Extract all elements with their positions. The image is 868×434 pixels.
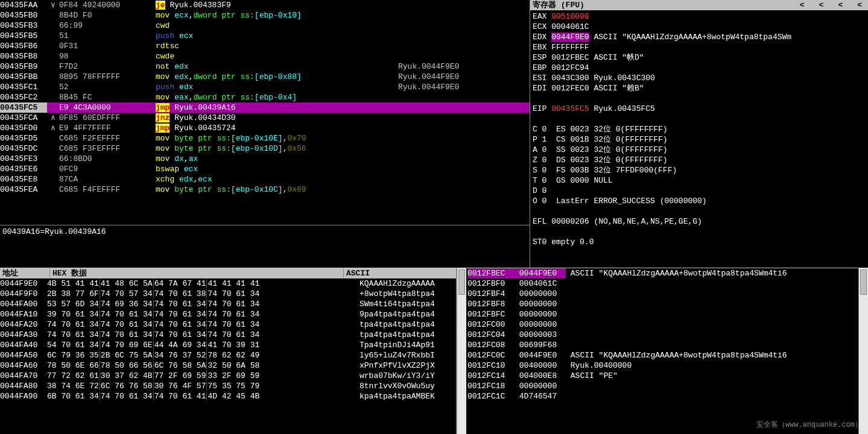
instruction: push edx (156, 82, 398, 92)
dump-hex: 6C 79 36 352B 6C 75 5A34 76 37 5278 62 6… (47, 350, 360, 360)
stack-row[interactable]: 0012FC0C 0044F9E0 ASCII "KQAAAHlZdzgAAAA… (467, 350, 857, 360)
register-row[interactable] (533, 93, 866, 104)
stack-row[interactable]: 0012FC08 00699F68 (467, 340, 857, 350)
dump-row[interactable]: 0044FA3074 70 61 3474 70 61 3474 70 61 3… (0, 330, 456, 340)
stack-comment (566, 391, 857, 401)
stack-row[interactable]: 0012FC18 00000000 (467, 381, 857, 391)
register-row[interactable]: A 0 SS 0023 32位 0(FFFFFFFF) (533, 145, 866, 155)
dump-body[interactable]: 0044F9E04B 51 41 4141 48 6C 5A64 7A 67 4… (0, 278, 456, 401)
instruction: mov ecx,dword ptr ss:[ebp-0x10] (156, 10, 398, 20)
register-row[interactable]: EBX FFFFFFFF (533, 42, 866, 52)
dump-row[interactable]: 0044FA1039 70 61 3474 70 61 3474 70 61 3… (0, 309, 456, 319)
registers-title[interactable]: 寄存器 (FPU) < < < < (530, 0, 868, 10)
bytes: 0F85 60EDFFFF (59, 113, 156, 123)
dump-col-ascii[interactable]: ASCII (344, 268, 456, 278)
register-row[interactable]: EDI 0012FEC0 ASCII "赖B" (533, 83, 866, 93)
bytes: E9 4FF7FFFF (59, 123, 156, 133)
dump-row[interactable]: 0044FA906B 70 61 3474 70 61 3474 70 61 4… (0, 391, 456, 401)
disasm-row[interactable]: 00435FB3 66:99cwd (0, 20, 530, 31)
register-row[interactable]: Z 0 DS 0023 32位 0(FFFFFFFF) (533, 155, 866, 165)
stack-row[interactable]: 0012FBFC 00000000 (467, 309, 857, 319)
register-row[interactable]: S 0 FS 003B 32位 7FFDF000(FFF) (533, 165, 866, 175)
disasm-row[interactable]: 00435FB6 0F31rdtsc (0, 41, 530, 51)
disasm-row[interactable]: 00435FD5 C685 F2FEFFFF mov byte ptr ss:[… (0, 133, 530, 143)
register-row[interactable] (533, 227, 866, 237)
stack-row[interactable]: 0012FC10 00400000 Ryuk.00400000 (467, 360, 857, 371)
stack-row[interactable]: 0012FC04 00000003 (467, 330, 857, 340)
stack-row[interactable]: 0012FC1C 4D746547 (467, 391, 857, 401)
register-row[interactable]: P 1 CS 001B 32位 0(FFFFFFFF) (533, 134, 866, 145)
disasm-row[interactable]: 00435FE3 66:8BD0mov dx,ax (0, 154, 530, 164)
disasm-row[interactable]: 00435FCA∧0F85 60EDFFFFjnz Ryuk.00434D30 (0, 113, 530, 123)
stack-row[interactable]: 0012FC00 00000000 (467, 319, 857, 330)
dump-row[interactable]: 0044FA7077 72 62 6130 37 62 4B77 2F 69 5… (0, 371, 456, 381)
register-row[interactable]: EBP 0012FC94 (533, 63, 866, 73)
address: 00435FB5 (0, 31, 47, 41)
dump-row[interactable]: 0044FA0053 57 6D 3474 69 36 3474 70 61 3… (0, 299, 456, 309)
stack-row[interactable]: 0012FBF0 0004061C (467, 278, 857, 289)
stack-scrollbar[interactable] (858, 268, 868, 434)
stack-address: 0012FBF8 (467, 299, 515, 309)
dump-scrollbar[interactable] (457, 268, 466, 434)
disasm-row[interactable]: 00435FE6 0FC9bswap ecx (0, 164, 530, 174)
disasm-row[interactable]: 00435FC2 8B45 FCmov eax,dword ptr ss:[eb… (0, 92, 530, 102)
dump-col-hex[interactable]: HEX 数据 (50, 268, 344, 278)
register-row[interactable]: ST0 empty 0.0 (533, 237, 866, 247)
dump-hex: 74 70 61 3474 70 61 3474 70 61 3474 70 6… (47, 330, 360, 340)
register-row[interactable]: ECX 0004061C (533, 22, 866, 32)
register-row[interactable]: C 0 ES 0023 32位 0(FFFFFFFF) (533, 124, 866, 134)
register-row[interactable]: EAX 00510000 (533, 11, 866, 22)
disasm-row[interactable]: 00435FE8 87CAxchg edx,ecx (0, 174, 530, 184)
reg-nav-arrow[interactable]: < (838, 0, 843, 10)
jump-arrow-icon (47, 143, 59, 154)
reg-nav-arrow[interactable]: < (800, 0, 805, 10)
dump-row[interactable]: 0044FA2074 70 61 3474 70 61 3474 70 61 3… (0, 319, 456, 330)
disasm-row[interactable]: 00435FAA∨0F84 49240000je Ryuk.004383F9 (0, 0, 530, 10)
jump-arrow-icon (47, 31, 59, 41)
register-row[interactable]: EDX 0044F9E0 ASCII "KQAAAHlZdzgAAAAA+8wo… (533, 32, 866, 42)
disasm-row[interactable]: 00435FD0∧E9 4FF7FFFFjmp Ryuk.00435724 (0, 123, 530, 133)
register-row[interactable]: O 0 LastErr ERROR_SUCCESS (00000000) (533, 196, 866, 206)
disassembly-view[interactable]: 00435FAA∨0F84 49240000je Ryuk.004383F900… (0, 0, 530, 225)
instruction: not edx (156, 61, 398, 72)
register-row[interactable]: D 0 (533, 186, 866, 196)
register-row[interactable]: EIP 00435FC5 Ryuk.00435FC5 (533, 104, 866, 114)
reg-nav-arrow[interactable]: < (857, 0, 862, 10)
dump-row[interactable]: 0044FA4054 70 61 3474 70 69 6E44 4A 69 3… (0, 340, 456, 350)
dump-row[interactable]: 0044FA8038 74 6E 726C 76 76 5830 76 4F 5… (0, 381, 456, 391)
dump-hex: 74 70 61 3474 70 61 3474 70 61 3474 70 6… (47, 319, 360, 330)
register-row[interactable] (533, 114, 866, 124)
stack-row[interactable]: 0012FBF8 00000000 (467, 299, 857, 309)
register-row[interactable]: T 0 GS 0000 NULL (533, 175, 866, 186)
stack-address: 0012FC00 (467, 319, 515, 330)
disasm-row[interactable]: 00435FDC C685 F3FEFFFF mov byte ptr ss:[… (0, 143, 530, 154)
registers-body[interactable]: EAX 00510000ECX 0004061CEDX 0044F9E0 ASC… (530, 10, 868, 268)
disasm-row[interactable]: 00435FBB 8B95 78FFFFFFmov edx,dword ptr … (0, 72, 530, 82)
dump-row[interactable]: 0044F9E04B 51 41 4141 48 6C 5A64 7A 67 4… (0, 278, 456, 289)
register-row[interactable]: ESI 0043C300 Ryuk.0043C300 (533, 73, 866, 83)
register-row[interactable]: EFL 00000206 (NO,NB,NE,A,NS,PE,GE,G) (533, 216, 866, 227)
stack-row[interactable]: 0012FBEC 0044F9E0 ASCII "KQAAAHlZdzgAAAA… (467, 268, 857, 278)
disasm-row[interactable]: 00435FC1 52push edxRyuk.0044F9E0 (0, 82, 530, 92)
dump-row[interactable]: 0044FA6078 50 6E 6678 50 66 566C 76 58 5… (0, 360, 456, 371)
stack-address: 0012FC10 (467, 360, 515, 371)
dump-ascii: tpa4tpa4tpa4tpa4 (360, 330, 456, 340)
disasm-row[interactable]: 00435FB5 51push ecx (0, 31, 530, 41)
reg-nav-arrow[interactable]: < (819, 0, 824, 10)
register-row[interactable]: ESP 0012FBEC ASCII "帙D" (533, 52, 866, 63)
dump-row[interactable]: 0044F9F02B 38 77 6F74 70 57 3474 70 61 3… (0, 289, 456, 299)
disasm-row[interactable]: 00435FEA C685 F4FEFFFF mov byte ptr ss:[… (0, 184, 530, 195)
stack-row[interactable]: 0012FC14 004000E8 ASCII "PE" (467, 371, 857, 381)
stack-row[interactable]: 0012FBF4 00000000 (467, 289, 857, 299)
comment (398, 92, 530, 102)
dump-col-address[interactable]: 地址 (0, 268, 50, 278)
disasm-row[interactable]: 00435FB9 F7D2not edxRyuk.0044F9E0 (0, 61, 530, 72)
disasm-row[interactable]: 00435FB0 8B4D F0mov ecx,dword ptr ss:[eb… (0, 10, 530, 20)
stack-body[interactable]: 0012FBEC 0044F9E0 ASCII "KQAAAHlZdzgAAAA… (466, 268, 858, 434)
dump-row[interactable]: 0044FA506C 79 36 352B 6C 75 5A34 76 37 5… (0, 350, 456, 360)
dump-header[interactable]: 地址 HEX 数据 ASCII (0, 268, 456, 278)
disasm-row[interactable]: 00435FC5 E9 4C3A0000jmp Ryuk.00439A16 (0, 102, 530, 113)
disasm-row[interactable]: 00435FB8 98cwde (0, 51, 530, 61)
register-row[interactable] (533, 206, 866, 216)
dump-address: 0044FA50 (0, 350, 47, 360)
